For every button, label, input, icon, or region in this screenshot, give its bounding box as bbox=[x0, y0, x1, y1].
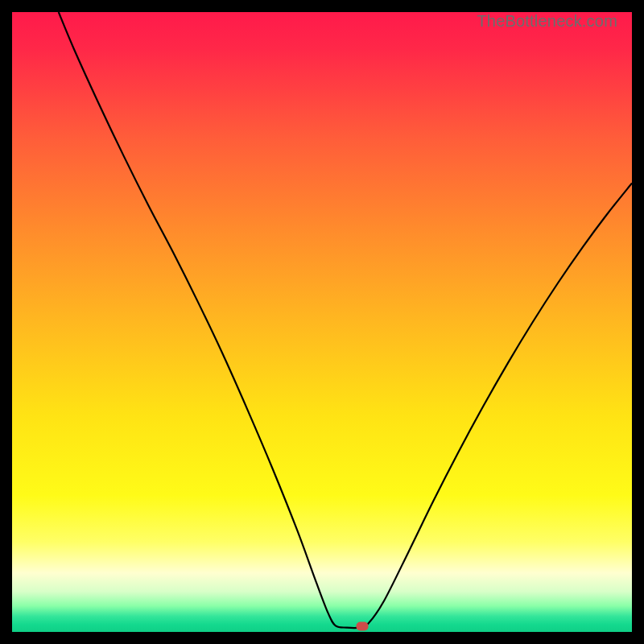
bottleneck-marker bbox=[357, 622, 369, 631]
watermark-text: TheBottleneck.com bbox=[477, 12, 617, 31]
chart-background bbox=[12, 12, 632, 632]
bottleneck-chart bbox=[12, 12, 632, 632]
chart-frame: TheBottleneck.com bbox=[12, 12, 632, 632]
